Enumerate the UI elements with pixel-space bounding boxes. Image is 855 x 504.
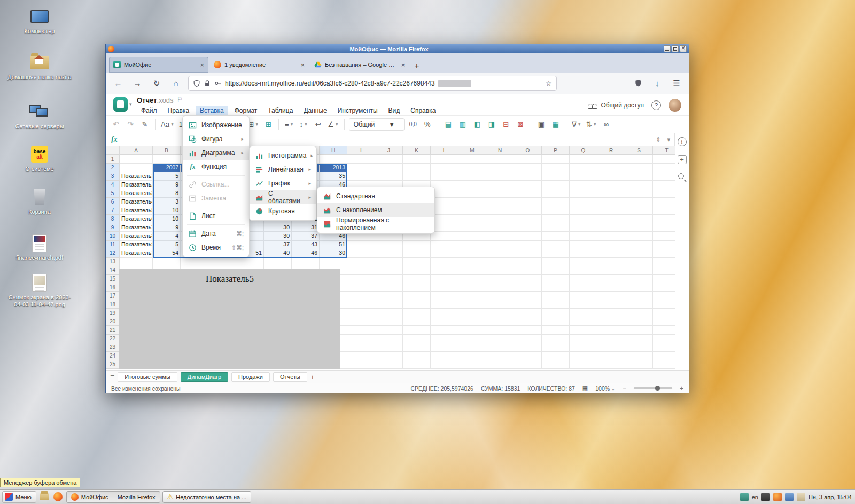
cell-B6[interactable]: 3	[153, 198, 181, 206]
cell-I16[interactable]	[347, 283, 375, 292]
cell-S16[interactable]	[625, 283, 653, 292]
zoom-in-icon[interactable]: +	[680, 385, 683, 392]
cell-N22[interactable]	[486, 335, 514, 343]
cell-N8[interactable]	[486, 215, 514, 223]
cell-Q23[interactable]	[570, 343, 597, 352]
cell-M15[interactable]	[458, 275, 486, 283]
column-header-Q[interactable]: Q	[570, 146, 597, 155]
cell-N12[interactable]	[486, 249, 514, 258]
cell-P13[interactable]	[542, 258, 570, 266]
column-header-O[interactable]: O	[514, 146, 542, 155]
cell-O1[interactable]	[514, 155, 542, 164]
cell-P19[interactable]	[542, 309, 570, 317]
cell-M18[interactable]	[458, 300, 486, 309]
cell-M24[interactable]	[458, 352, 486, 360]
cell-O6[interactable]	[514, 198, 542, 206]
row-header-16[interactable]: 16	[106, 283, 120, 292]
cell-I1[interactable]	[347, 155, 375, 164]
wrap-text-button[interactable]	[312, 118, 324, 131]
row-header-25[interactable]: 25	[106, 360, 120, 369]
cell-Q13[interactable]	[570, 258, 597, 266]
menu-item-sheet[interactable]: Лист	[183, 209, 249, 223]
hamburger-menu-icon[interactable]: ☰	[670, 76, 683, 90]
cell-S17[interactable]	[625, 292, 653, 300]
row-header-15[interactable]: 15	[106, 275, 120, 283]
cell-S21[interactable]	[625, 326, 653, 335]
menu-data[interactable]: Данные	[299, 106, 331, 115]
zoom-out-icon[interactable]: −	[623, 385, 626, 392]
cell-H1[interactable]	[320, 155, 347, 164]
cell-A5[interactable]: Показатель3	[120, 189, 153, 198]
cell-J1[interactable]	[375, 155, 403, 164]
delete-column-button[interactable]	[515, 118, 526, 131]
row-header-2[interactable]: 2	[106, 164, 120, 172]
cell-R2[interactable]	[597, 164, 625, 172]
cell-L25[interactable]	[431, 360, 458, 369]
expand-formula-bar-icon[interactable]: ⇕	[656, 136, 660, 143]
cell-T22[interactable]	[653, 335, 675, 343]
cell-Q3[interactable]	[570, 172, 597, 181]
cell-T18[interactable]	[653, 300, 675, 309]
clock[interactable]: Пн, 3 апр, 15:04	[809, 494, 852, 500]
protections-icon[interactable]	[631, 76, 645, 90]
cell-I23[interactable]	[347, 343, 375, 352]
cell-K22[interactable]	[403, 335, 431, 343]
cell-A6[interactable]: Показатель4	[120, 198, 153, 206]
cell-P25[interactable]	[542, 360, 570, 369]
cell-S9[interactable]	[625, 223, 653, 232]
cell-Q8[interactable]	[570, 215, 597, 223]
cell-F9[interactable]: 30	[264, 223, 292, 232]
chevron-down-icon[interactable]: ▾	[129, 102, 132, 107]
cell-N18[interactable]	[486, 300, 514, 309]
cell-S13[interactable]	[625, 258, 653, 266]
cell-N14[interactable]	[486, 266, 514, 275]
cell-S20[interactable]	[625, 317, 653, 326]
menu-insert[interactable]: Вставка	[196, 106, 228, 115]
row-header-17[interactable]: 17	[106, 292, 120, 300]
cell-I13[interactable]	[347, 258, 375, 266]
cell-N21[interactable]	[486, 326, 514, 335]
menu-item-time[interactable]: Время ⇧⌘;	[183, 241, 249, 254]
cell-S22[interactable]	[625, 335, 653, 343]
cell-M23[interactable]	[458, 343, 486, 352]
menu-format[interactable]: Формат	[230, 106, 262, 115]
cell-I15[interactable]	[347, 275, 375, 283]
vertical-align-button[interactable]: ▼	[298, 118, 309, 131]
taskbar-task-warning[interactable]: ⚠ Недостаточно места на ...	[162, 491, 252, 503]
cell-I14[interactable]	[347, 266, 375, 275]
cell-S14[interactable]	[625, 266, 653, 275]
row-header-3[interactable]: 3	[106, 172, 120, 181]
cell-T5[interactable]	[653, 189, 675, 198]
cell-P3[interactable]	[542, 172, 570, 181]
cell-R13[interactable]	[597, 258, 625, 266]
cell-Q12[interactable]	[570, 249, 597, 258]
menu-help[interactable]: Справка	[406, 106, 440, 115]
redo-button[interactable]	[125, 118, 136, 131]
cell-O25[interactable]	[514, 360, 542, 369]
cell-K25[interactable]	[403, 360, 431, 369]
cell-O8[interactable]	[514, 215, 542, 223]
column-header-L[interactable]: L	[431, 146, 458, 155]
insert-link-button[interactable]	[601, 118, 612, 131]
desktop-icon-screenshot-file[interactable]: Снимок экрана в 2023-04-03 11-04-47.png	[4, 274, 75, 308]
cell-T23[interactable]	[653, 343, 675, 352]
cell-S18[interactable]	[625, 300, 653, 309]
cell-Q24[interactable]	[570, 352, 597, 360]
cell-K15[interactable]	[403, 275, 431, 283]
cell-N5[interactable]	[486, 189, 514, 198]
font-family-dropdown[interactable]: Aa▼	[160, 118, 175, 131]
cell-L21[interactable]	[431, 326, 458, 335]
desktop-icon-home-folder[interactable]: Домашняя папка nazira	[4, 53, 75, 81]
cell-B12[interactable]: 54	[153, 249, 181, 258]
cell-S11[interactable]	[625, 241, 653, 249]
menu-item-chart[interactable]: Диаграмма	[183, 146, 249, 160]
cell-Q18[interactable]	[570, 300, 597, 309]
cell-Q4[interactable]	[570, 181, 597, 189]
cell-A7[interactable]: Показатель5	[120, 206, 153, 215]
cell-A8[interactable]: Показатель6	[120, 215, 153, 223]
desktop-icon-about-system[interactable]: base alt О системе	[4, 145, 75, 173]
cell-N17[interactable]	[486, 292, 514, 300]
cell-I12[interactable]	[347, 249, 375, 258]
cell-L2[interactable]	[431, 164, 458, 172]
menu-item-area[interactable]: С областями	[250, 190, 316, 204]
